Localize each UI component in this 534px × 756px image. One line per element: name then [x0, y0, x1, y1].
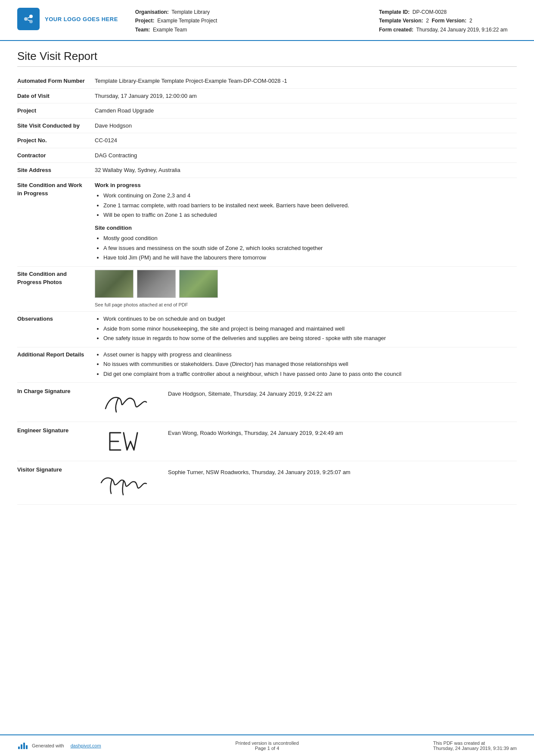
- svg-point-1: [29, 15, 33, 18]
- list-item: Mostly good condition: [103, 234, 517, 243]
- svg-line-3: [28, 17, 30, 18]
- svg-rect-8: [26, 745, 28, 749]
- template-id-value: DP-COM-0028: [413, 9, 447, 15]
- signature-ew-svg: [106, 426, 144, 456]
- visitor-sig-info: Sophie Turner, NSW Roadworks, Thursday, …: [168, 465, 351, 475]
- footer-logo-area: Generated with dashpivot.com: [17, 741, 101, 750]
- list-item: Did get one complaint from a traffic con…: [103, 370, 517, 378]
- in-charge-sig-image: [95, 387, 155, 417]
- header-team-line: Team: Example Team: [135, 25, 379, 34]
- photo-thumb-3: [179, 270, 218, 298]
- site-address-value: 32 Wallaby Way, Sydney, Australia: [95, 166, 517, 175]
- footer-brand-icon: [17, 741, 29, 750]
- date-of-visit-value: Thursday, 17 January 2019, 12:00:00 am: [95, 92, 517, 100]
- site-visit-label: Site Visit Conducted by: [17, 122, 95, 130]
- site-visit-row: Site Visit Conducted by Dave Hodgson: [17, 119, 517, 134]
- project-row: Project Camden Road Upgrade: [17, 103, 517, 119]
- svg-line-4: [28, 20, 30, 21]
- engineer-sig-image: [95, 426, 155, 456]
- page-title: Site Visit Report: [17, 50, 517, 67]
- list-item: No issues with communities or stakeholde…: [103, 360, 517, 369]
- engineer-signature-label: Engineer Signature: [17, 426, 95, 435]
- list-item: Will be open to traffic on Zone 1 as sch…: [103, 211, 517, 219]
- photos-label: Site Condition and Progress Photos: [17, 270, 95, 287]
- template-version-label: Template Version:: [379, 18, 423, 24]
- proj-value: Example Template Project: [157, 18, 217, 24]
- form-number-value: Template Library-Example Template Projec…: [95, 77, 517, 85]
- observations-row: Observations Work continues to be on sch…: [17, 312, 517, 347]
- header: YOUR LOGO GOES HERE Organisation: Templa…: [0, 0, 534, 41]
- header-project-line: Project: Example Template Project: [135, 16, 379, 25]
- svg-point-2: [29, 20, 33, 23]
- footer-center: Printed version is uncontrolled Page 1 o…: [235, 740, 298, 751]
- form-version-label: Form Version:: [432, 18, 467, 24]
- list-item: Zone 1 tarmac complete, with road barrie…: [103, 201, 517, 210]
- list-item: Aside from some minor housekeeping, the …: [103, 325, 517, 333]
- contractor-label: Contractor: [17, 151, 95, 160]
- site-condition-row: Site Condition and Work in Progress Work…: [17, 178, 517, 267]
- org-label: Organisation:: [135, 9, 169, 15]
- main-content: Site Visit Report Automated Form Number …: [0, 41, 534, 548]
- observations-value: Work continues to be on schedule and on …: [95, 315, 517, 344]
- visitor-sig-content: Sophie Turner, NSW Roadworks, Thursday, …: [95, 465, 517, 500]
- footer-generated-text: Generated with: [32, 743, 64, 748]
- form-version-value: 2: [469, 18, 472, 24]
- contractor-value: DAG Contracting: [95, 151, 517, 160]
- site-condition-sub: Site condition: [95, 224, 517, 232]
- observations-list: Work continues to be on schedule and on …: [103, 315, 517, 343]
- additional-label: Additional Report Details: [17, 350, 95, 359]
- site-visit-value: Dave Hodgson: [95, 122, 517, 130]
- in-charge-sig-info: Dave Hodgson, Sitemate, Thursday, 24 Jan…: [168, 387, 332, 397]
- photo-thumb-2: [137, 270, 176, 298]
- team-value: Example Team: [153, 27, 187, 33]
- in-charge-signature-label: In Charge Signature: [17, 387, 95, 396]
- svg-rect-6: [21, 744, 22, 749]
- in-charge-sig-content: Dave Hodgson, Sitemate, Thursday, 24 Jan…: [95, 387, 517, 417]
- engineer-sig-info: Evan Wong, Roado Workings, Thursday, 24 …: [168, 426, 343, 436]
- footer: Generated with dashpivot.com Printed ver…: [0, 734, 534, 756]
- header-org: Organisation: Template Library Project: …: [135, 8, 379, 34]
- site-condition-label: Site Condition and Work in Progress: [17, 181, 95, 198]
- visitor-sig-image: [95, 465, 155, 500]
- page: YOUR LOGO GOES HERE Organisation: Templa…: [0, 0, 534, 756]
- footer-pdf-created-date: Thursday, 24 January 2019, 9:31:39 am: [433, 746, 517, 751]
- logo-icon: [22, 12, 35, 26]
- list-item: One safety issue in regards to how some …: [103, 334, 517, 343]
- list-item: Work continuing on Zone 2,3 and 4: [103, 191, 517, 200]
- photos-thumbnails: [95, 270, 517, 298]
- site-condition-sub-list: Mostly good condition A few issues and m…: [103, 234, 517, 262]
- proj-label: Project:: [135, 18, 155, 24]
- footer-generated-link[interactable]: dashpivot.com: [71, 743, 101, 748]
- observations-label: Observations: [17, 315, 95, 323]
- photos-row: Site Condition and Progress Photos See f…: [17, 267, 517, 312]
- org-value: Template Library: [171, 9, 210, 15]
- footer-logo-icon: [17, 741, 29, 750]
- site-address-row: Site Address 32 Wallaby Way, Sydney, Aus…: [17, 163, 517, 178]
- in-charge-signature-row: In Charge Signature Dave Hodgson, Sitema…: [17, 383, 517, 422]
- footer-right: This PDF was created at Thursday, 24 Jan…: [433, 740, 517, 751]
- form-number-row: Automated Form Number Template Library-E…: [17, 74, 517, 89]
- additional-list: Asset owner is happy with progress and c…: [103, 350, 517, 378]
- form-number-label: Automated Form Number: [17, 77, 95, 85]
- logo-area: YOUR LOGO GOES HERE: [17, 8, 118, 30]
- footer-page: Page 1 of 4: [235, 746, 298, 751]
- footer-uncontrolled: Printed version is uncontrolled: [235, 740, 298, 746]
- signature-cam-svg: [97, 387, 153, 417]
- list-item: Asset owner is happy with progress and c…: [103, 350, 517, 359]
- date-of-visit-label: Date of Visit: [17, 92, 95, 100]
- project-field-label: Project: [17, 106, 95, 115]
- form-created-value: Thursday, 24 January 2019, 9:16:22 am: [416, 27, 507, 33]
- team-label: Team:: [135, 27, 150, 33]
- site-address-label: Site Address: [17, 166, 95, 175]
- photos-caption: See full page photos attached at end of …: [95, 301, 517, 309]
- signature-sophie-svg: [97, 465, 153, 500]
- visitor-signature-row: Visitor Signature Sophie Turner, NSW Roa…: [17, 461, 517, 505]
- logo-box: [17, 8, 40, 30]
- site-condition-bold: Work in progress: [95, 181, 517, 190]
- template-id-line: Template ID: DP-COM-0028: [379, 8, 517, 16]
- date-of-visit-row: Date of Visit Thursday, 17 January 2019,…: [17, 89, 517, 104]
- project-no-row: Project No. CC-0124: [17, 133, 517, 148]
- logo-text: YOUR LOGO GOES HERE: [45, 16, 118, 22]
- template-version-line: Template Version: 2 Form Version: 2: [379, 16, 517, 25]
- photos-value: See full page photos attached at end of …: [95, 270, 517, 309]
